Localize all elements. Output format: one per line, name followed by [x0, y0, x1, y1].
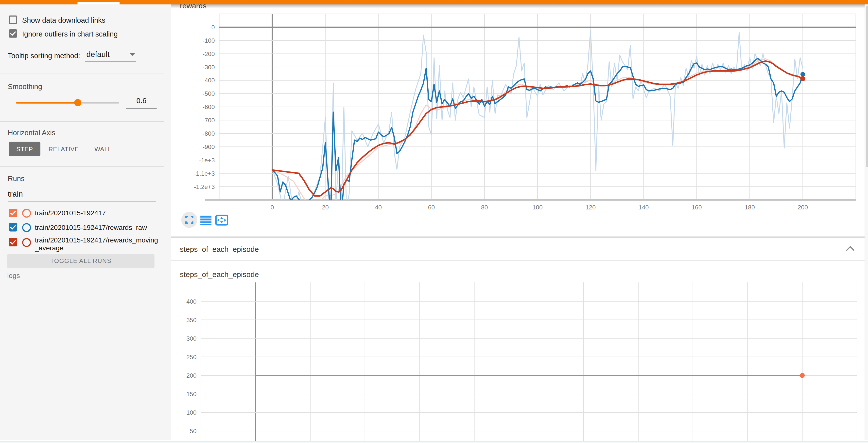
- tensorboard-app: Show data download links Ignore outliers…: [0, 0, 868, 443]
- chevron-down-icon: [130, 53, 135, 56]
- axis-wall-button[interactable]: WALL: [90, 142, 116, 156]
- svg-text:-800: -800: [203, 130, 215, 137]
- chart-toolbar: [180, 211, 231, 229]
- svg-text:-900: -900: [203, 144, 215, 150]
- run-label: train/20201015-192417/rewards_raw: [35, 224, 159, 231]
- smoothing-value-field[interactable]: 0.6: [126, 96, 157, 109]
- tooltip-sorting-value: default: [86, 50, 110, 59]
- run-filter-input[interactable]: [8, 189, 156, 202]
- run-label: train/20201015-192417/rewards_moving_ave…: [35, 237, 159, 252]
- svg-text:-1.1e+3: -1.1e+3: [194, 170, 215, 177]
- section-header-steps[interactable]: steps_of_each_episode: [171, 238, 865, 261]
- run-checkbox[interactable]: [9, 223, 17, 232]
- svg-text:40: 40: [375, 204, 382, 211]
- ignore-outliers-checkbox[interactable]: [9, 29, 17, 38]
- divider: [0, 74, 164, 74]
- run-row-train[interactable]: train/20201015-192417: [9, 209, 17, 217]
- svg-text:400: 400: [186, 298, 196, 305]
- run-label: train/20201015-192417: [35, 209, 159, 217]
- svg-text:0: 0: [271, 204, 274, 211]
- chart-title-rewards: rewards: [180, 2, 207, 10]
- rewards-chart[interactable]: 0204060801001201401601802000-100-200-300…: [183, 11, 861, 215]
- svg-text:200: 200: [798, 204, 808, 211]
- svg-text:200: 200: [186, 372, 196, 379]
- chevron-up-icon[interactable]: [846, 246, 855, 252]
- run-row-rewards-raw[interactable]: train/20201015-192417/rewards_raw: [9, 223, 17, 232]
- svg-text:-1e+3: -1e+3: [199, 157, 215, 164]
- divider: [0, 166, 164, 167]
- chart-title-steps: steps_of_each_episode: [180, 270, 259, 279]
- tooltip-sorting-dropdown[interactable]: default: [85, 49, 136, 62]
- smoothing-label: Smoothing: [8, 83, 42, 91]
- svg-text:-100: -100: [203, 37, 215, 44]
- data-table-icon[interactable]: [200, 215, 212, 225]
- toggle-all-runs-button[interactable]: TOGGLE ALL RUNS: [7, 254, 154, 268]
- axis-step-button[interactable]: STEP: [9, 142, 40, 156]
- svg-text:250: 250: [186, 354, 196, 360]
- expand-chart-button[interactable]: [181, 212, 197, 228]
- svg-text:-1.2e+3: -1.2e+3: [194, 183, 215, 190]
- axis-relative-button[interactable]: RELATIVE: [48, 142, 80, 156]
- svg-text:-300: -300: [203, 64, 215, 70]
- section-divider: [171, 237, 865, 238]
- tooltip-sorting-label: Tooltip sorting method:: [8, 52, 80, 60]
- svg-text:160: 160: [691, 204, 702, 211]
- run-checkbox[interactable]: [9, 209, 17, 217]
- top-toolbar: [0, 0, 868, 4]
- svg-text:140: 140: [639, 204, 649, 211]
- svg-text:-700: -700: [203, 117, 215, 124]
- svg-text:120: 120: [586, 204, 596, 211]
- svg-text:300: 300: [186, 335, 196, 342]
- run-checkbox[interactable]: [9, 238, 17, 246]
- svg-text:100: 100: [186, 409, 196, 416]
- smoothing-slider[interactable]: [16, 102, 119, 104]
- slider-fill: [16, 102, 78, 104]
- run-radio-icon[interactable]: [22, 238, 31, 247]
- svg-text:180: 180: [745, 204, 755, 211]
- svg-text:-200: -200: [203, 51, 215, 57]
- logs-text: logs: [7, 272, 20, 279]
- ignore-outliers-label: Ignore outliers in chart scaling: [22, 30, 118, 38]
- checkbox-checked-icon[interactable]: [9, 29, 17, 38]
- steps-chart[interactable]: 40035030025020015010050: [183, 283, 861, 443]
- section-title: steps_of_each_episode: [180, 245, 259, 254]
- fit-domain-icon[interactable]: [216, 215, 227, 225]
- svg-text:-400: -400: [203, 77, 215, 84]
- svg-text:-600: -600: [203, 104, 215, 110]
- run-radio-icon[interactable]: [22, 209, 31, 217]
- runs-label: Runs: [8, 174, 24, 183]
- vertical-scrollbar-thumb[interactable]: [866, 5, 868, 167]
- svg-text:80: 80: [481, 204, 488, 211]
- checkbox-unchecked-icon[interactable]: [9, 16, 17, 24]
- run-row-rewards-moving-average[interactable]: train/20201015-192417/rewards_moving_ave…: [9, 237, 17, 246]
- active-tab-indicator: [78, 2, 120, 4]
- svg-text:100: 100: [532, 204, 542, 211]
- vertical-scrollbar[interactable]: [865, 4, 868, 440]
- run-radio-icon[interactable]: [22, 223, 31, 232]
- svg-text:50: 50: [190, 428, 196, 434]
- divider: [0, 121, 164, 122]
- svg-text:60: 60: [428, 204, 435, 211]
- svg-text:350: 350: [186, 317, 196, 323]
- svg-text:150: 150: [186, 391, 196, 397]
- settings-sidebar: [0, 4, 171, 440]
- show-download-links-label: Show data download links: [22, 16, 105, 24]
- svg-text:0: 0: [212, 24, 215, 31]
- svg-text:-500: -500: [203, 90, 215, 97]
- horizontal-scrollbar[interactable]: [0, 441, 868, 443]
- svg-text:20: 20: [322, 204, 329, 211]
- horizontal-axis-label: Horizontal Axis: [8, 128, 55, 137]
- show-download-links-checkbox[interactable]: [9, 16, 17, 24]
